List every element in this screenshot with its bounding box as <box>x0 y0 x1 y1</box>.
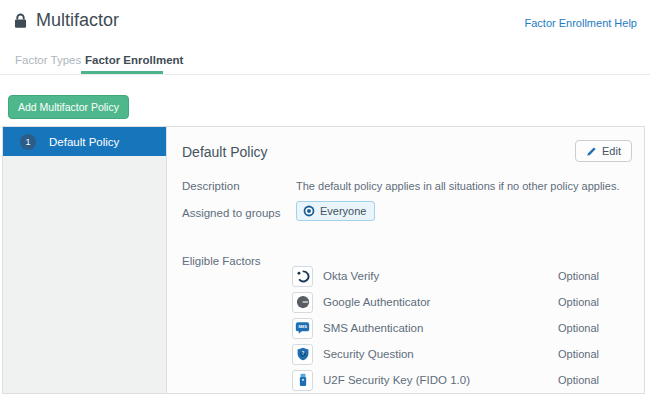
policy-list-sidebar: 1 Default Policy <box>3 127 167 393</box>
everyone-group-icon <box>303 205 315 217</box>
factor-row-okta-verify: Okta Verify Optional <box>292 263 599 289</box>
factor-status: Optional <box>558 296 599 308</box>
factor-row-security-question: ? Security Question Optional <box>292 341 599 367</box>
page-title: Multifactor <box>36 10 119 31</box>
policy-list-item-default-policy[interactable]: 1 Default Policy <box>3 127 166 156</box>
factor-enrollment-help-link[interactable]: Factor Enrollment Help <box>525 17 638 29</box>
factor-status: Optional <box>558 348 599 360</box>
sms-icon-text: SMS <box>298 325 307 330</box>
factor-name: SMS Authentication <box>323 322 423 334</box>
tab-factor-enrollment[interactable]: Factor Enrollment <box>85 54 183 66</box>
question-mark-icon-text: ? <box>301 351 304 356</box>
factor-name: Google Authenticator <box>323 296 430 308</box>
factor-status: Optional <box>558 374 599 386</box>
policy-index-badge: 1 <box>20 134 36 150</box>
group-chip-everyone[interactable]: Everyone <box>296 201 375 221</box>
factor-name: Okta Verify <box>323 270 379 282</box>
add-multifactor-policy-button[interactable]: Add Multifactor Policy <box>8 95 129 119</box>
okta-verify-icon <box>292 266 313 287</box>
sms-bubble-icon: SMS <box>292 318 313 339</box>
assigned-to-groups-label: Assigned to groups <box>182 207 280 219</box>
eligible-factors-list: Okta Verify Optional Google Authenticato… <box>292 263 599 393</box>
factor-row-u2f-security-key: U2F Security Key (FIDO 1.0) Optional <box>292 367 599 393</box>
factor-name: U2F Security Key (FIDO 1.0) <box>323 374 470 386</box>
factor-name: Security Question <box>323 348 414 360</box>
description-label: Description <box>182 180 240 192</box>
policy-detail-panel: Default Policy Edit Description The defa… <box>167 127 644 393</box>
policy-content-panel: 1 Default Policy Default Policy Edit Des… <box>2 126 645 394</box>
usb-key-icon <box>292 370 313 391</box>
tab-factor-types[interactable]: Factor Types <box>15 54 81 66</box>
factor-status: Optional <box>558 270 599 282</box>
lock-icon <box>13 13 28 33</box>
pencil-icon <box>586 146 597 157</box>
edit-button[interactable]: Edit <box>575 140 632 162</box>
eligible-factors-label: Eligible Factors <box>182 255 261 267</box>
tab-divider <box>0 74 650 75</box>
policy-list-item-label: Default Policy <box>49 136 119 148</box>
factor-row-sms-authentication: SMS SMS Authentication Optional <box>292 315 599 341</box>
edit-button-label: Edit <box>602 145 621 157</box>
factor-status: Optional <box>558 322 599 334</box>
group-chip-label: Everyone <box>320 205 366 217</box>
google-authenticator-icon <box>292 292 313 313</box>
description-value: The default policy applies in all situat… <box>296 180 619 192</box>
factor-row-google-authenticator: Google Authenticator Optional <box>292 289 599 315</box>
policy-detail-title: Default Policy <box>182 144 268 160</box>
security-question-shield-icon: ? <box>292 344 313 365</box>
